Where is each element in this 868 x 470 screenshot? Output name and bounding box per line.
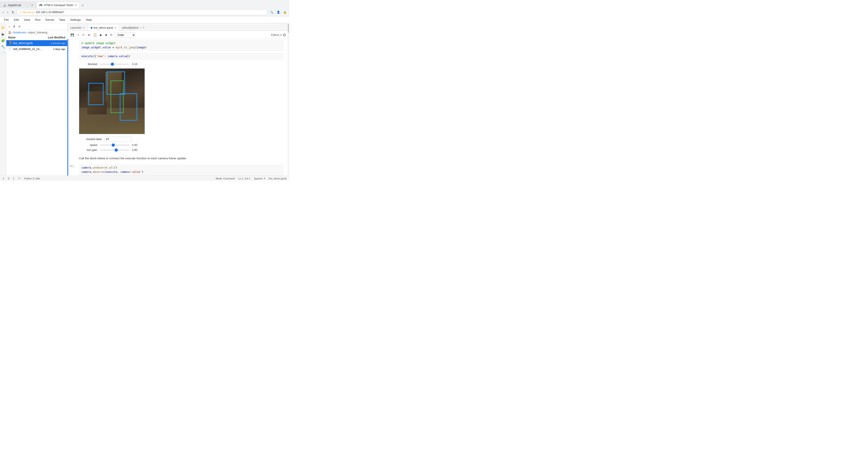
menu-tabs[interactable]: Tabs <box>57 18 67 22</box>
kernel-status: Python 3 <box>271 33 286 37</box>
close-icon[interactable]: ✕ <box>31 4 33 6</box>
code-cell[interactable]: # update image widget image_widget.value… <box>67 39 287 52</box>
menu-view[interactable]: View <box>22 18 32 22</box>
profile-button[interactable]: 👤 <box>276 10 281 14</box>
notebook-toolbar: 💾 + ✂ ⧉ 📋 ▶ ■ ↻ Code Markdown Raw Python… <box>67 31 287 39</box>
tab-terminal[interactable]: jetbot@jetbot: ~ ✕ <box>119 24 148 31</box>
menu-file[interactable]: File <box>2 18 11 22</box>
extensions-button[interactable]: 🔒 <box>282 10 287 14</box>
tab-live-demo[interactable]: live_demo.ipynb ✕ <box>88 24 119 31</box>
gamepad-tab-label: HTML5 Gamepad Tester <box>44 4 73 7</box>
sidebar-icon-folder[interactable]: 📁 <box>0 25 6 31</box>
code-cell-execute[interactable]: execute({'new': camera.value}) <box>67 52 287 61</box>
sidebar: 📁 ▶ 🧩 🔧 📄 <box>0 23 6 176</box>
tracked-label-widget: tracked label <box>79 136 284 143</box>
back-button[interactable]: ‹ <box>2 10 5 15</box>
tracked-label: tracked label <box>79 137 102 141</box>
menu-help[interactable]: Help <box>84 18 94 22</box>
warning-icon: ⚠ <box>20 11 22 14</box>
file-list: 📓 live_demo.ipynb a minute ago 📄 ssd_mob… <box>6 40 67 176</box>
menu-settings[interactable]: Settings <box>68 18 83 22</box>
jupyter-tab-label: JupyterLab <box>8 4 21 7</box>
gamepad-favicon: 🎮 <box>39 4 42 7</box>
list-item[interactable]: 📓 live_demo.ipynb a minute ago <box>6 40 67 46</box>
output-area: blocked 0.16 <box>67 61 287 153</box>
code-block[interactable]: # update image widget image_widget.value… <box>79 40 284 51</box>
browser-tab-jupyterlab[interactable]: 🔬 JupyterLab ✕ <box>0 2 36 8</box>
sidebar-icon-run[interactable]: ▶ <box>0 31 6 37</box>
file-panel-toolbar: + ⬆ ↺ <box>6 23 67 30</box>
cell-type-select[interactable]: Code Markdown Raw <box>114 33 135 37</box>
refresh-button[interactable]: ↺ <box>17 24 22 29</box>
speed-thumb[interactable] <box>112 144 115 147</box>
home-icon[interactable]: 🏠 <box>8 31 11 34</box>
run-button[interactable]: ▶ <box>98 33 103 37</box>
code-block-9[interactable]: camera.unobserve_all() camera.observe(ex… <box>79 164 284 176</box>
code-line-unobserve: camera.unobserve_all() <box>81 166 117 169</box>
upload-button[interactable]: ⬆ <box>12 24 17 29</box>
file-icon: 📄 <box>8 47 12 51</box>
tracked-label-input[interactable] <box>104 137 131 142</box>
scroll-thumb[interactable] <box>288 24 289 33</box>
file-modified: a minute ago <box>43 42 65 44</box>
menu-kernel[interactable]: Kernel <box>43 18 56 22</box>
menu-run[interactable]: Run <box>33 18 43 22</box>
breadcrumb-notebooks[interactable]: Notebooks <box>13 31 26 34</box>
status-right: Mode: Command Ln 1, Col 1 Spaces: 4 live… <box>216 177 287 180</box>
camera-feed-image <box>79 68 145 134</box>
status-s: S <box>8 177 9 180</box>
menu-edit[interactable]: Edit <box>11 18 21 22</box>
close-icon[interactable]: ✕ <box>143 26 145 29</box>
not-secure-label: Not secure <box>23 11 35 13</box>
turn-gain-thumb[interactable] <box>115 149 118 152</box>
new-tab-button[interactable]: + <box>80 3 86 8</box>
speed-slider[interactable] <box>100 145 129 146</box>
terminal-tab-label: jetbot@jetbot: ~ <box>122 26 142 29</box>
file-modified: 2 days ago <box>43 48 65 51</box>
jupyter-favicon: 🔬 <box>3 4 6 7</box>
blocked-slider[interactable] <box>100 64 129 65</box>
turn-gain-slider[interactable] <box>100 150 129 151</box>
cut-button[interactable]: ✂ <box>81 33 86 37</box>
code-line-observe: camera.observe(execute, names='value') <box>81 170 144 174</box>
scrollbar[interactable] <box>287 23 289 176</box>
tab-bar: 🔬 JupyterLab ✕ 🎮 HTML5 Gamepad Tester ✕ … <box>0 0 289 8</box>
copy-button[interactable]: ⧉ <box>87 33 91 37</box>
breadcrumb-folder[interactable]: object_following <box>28 31 47 34</box>
add-cell-button[interactable]: + <box>76 33 81 37</box>
stop-button[interactable]: ■ <box>104 33 108 37</box>
column-modified-header: Last Modified <box>38 36 65 39</box>
notebook-icon: 📓 <box>8 41 12 45</box>
file-name: live_demo.ipynb <box>13 41 43 45</box>
notebook-content[interactable]: # update image widget image_widget.value… <box>67 39 287 176</box>
status-filename: live_demo.ipynb <box>269 177 287 180</box>
new-folder-button[interactable]: + <box>7 24 11 29</box>
speed-value: 0.40 <box>132 144 141 147</box>
close-icon[interactable]: ✕ <box>75 4 77 6</box>
url-bar[interactable]: ⚠ Not secure 192.168.1.52:8888/lab? <box>17 9 268 15</box>
sidebar-icon-extension[interactable]: 🧩 <box>0 38 6 43</box>
forward-button[interactable]: › <box>6 10 9 15</box>
restart-button[interactable]: ↻ <box>109 33 114 37</box>
file-name: ssd_mobilenet_v2_coc... <box>13 48 43 51</box>
code-cell-9[interactable]: [9]: camera.unobserve_all() camera.obser… <box>67 163 287 176</box>
list-item[interactable]: 📄 ssd_mobilenet_v2_coc... 2 days ago <box>6 46 67 52</box>
sidebar-icon-pages[interactable]: 📄 <box>0 51 6 56</box>
close-icon[interactable]: ✕ <box>83 26 85 29</box>
code-line: image_widget.value = bgr8_to_jpeg(image) <box>81 46 147 49</box>
blocked-thumb[interactable] <box>111 63 114 66</box>
main-area: 📁 ▶ 🧩 🔧 📄 + ⬆ ↺ 🏠 › Notebooks › object_f… <box>0 23 289 176</box>
camera-background <box>79 69 145 134</box>
code-block[interactable]: execute({'new': camera.value}) <box>79 53 284 60</box>
save-button[interactable]: 💾 <box>69 33 75 37</box>
zoom-button[interactable]: 🔍 <box>269 10 274 14</box>
prose-text-1: Call the block below to connect the exec… <box>79 154 284 162</box>
code-execute: execute({'new': camera.value}) <box>81 55 130 58</box>
tab-launcher[interactable]: Launcher ✕ <box>67 24 88 31</box>
reload-button[interactable]: ↻ <box>11 10 16 15</box>
sidebar-icon-wrench[interactable]: 🔧 <box>0 44 6 50</box>
browser-tab-gamepad[interactable]: 🎮 HTML5 Gamepad Tester ✕ <box>36 2 80 8</box>
kernel-indicator <box>283 34 286 36</box>
paste-button[interactable]: 📋 <box>92 33 98 37</box>
close-icon[interactable]: ✕ <box>114 26 116 29</box>
